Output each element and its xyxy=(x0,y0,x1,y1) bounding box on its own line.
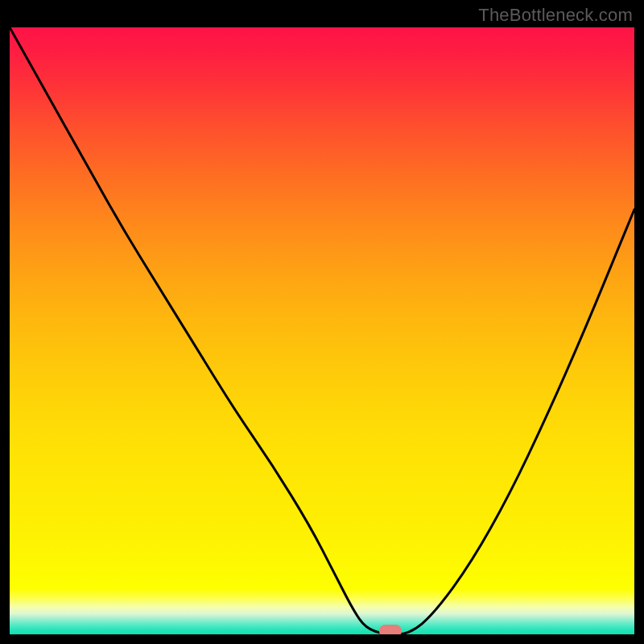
chart-container: TheBottleneck.com xyxy=(0,0,644,644)
notch-marker xyxy=(379,625,402,634)
watermark-text: TheBottleneck.com xyxy=(478,5,633,26)
bottleneck-curve-path xyxy=(10,27,634,634)
curve-svg xyxy=(10,27,634,634)
plot-area xyxy=(10,27,634,634)
